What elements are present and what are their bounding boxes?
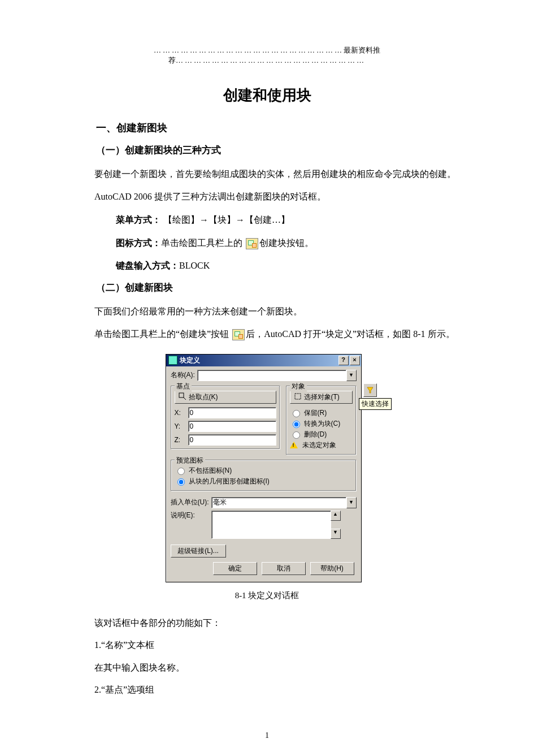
cancel-button[interactable]: 取消 <box>262 562 306 575</box>
list-item-1-desc: 在其中输入图块名称。 <box>76 658 458 677</box>
method-menu: 菜单方式： 【绘图】→【块】→【创建…】 <box>116 209 458 231</box>
doc-title: 创建和使用块 <box>76 85 458 105</box>
section-1-2-heading: （二）创建新图块 <box>96 281 458 294</box>
insert-unit-select[interactable] <box>211 497 346 508</box>
svg-line-1 <box>184 398 186 400</box>
description-label: 说明(E): <box>171 511 209 520</box>
quick-select-tooltip: 快速选择 <box>359 398 392 410</box>
method-keyboard: 键盘输入方式：BLOCK <box>116 255 458 277</box>
block-definition-dialog-figure: 块定义 ? × 名称(A): ▼ 基点 <box>166 354 369 582</box>
quick-select-button[interactable] <box>363 383 377 397</box>
dialog-title: 块定义 <box>180 356 200 365</box>
convert-radio[interactable]: 转换为块(C) <box>290 419 353 429</box>
scroll-up-button[interactable]: ▲ <box>331 511 341 521</box>
method-icon: 图标方式：单击绘图工具栏上的 创建块按钮。 <box>116 232 458 254</box>
section-1-1-heading: （一）创建新图块的三种方式 <box>96 144 458 157</box>
pick-point-button[interactable]: 拾取点(K) <box>175 391 276 404</box>
preview-icon-legend: 预览图标 <box>175 456 205 465</box>
svg-rect-2 <box>295 394 301 399</box>
description-textarea[interactable] <box>211 511 331 539</box>
x-label: X: <box>175 409 186 417</box>
page-number: 1 <box>0 731 534 740</box>
base-point-legend: 基点 <box>175 382 192 391</box>
block-definition-dialog: 块定义 ? × 名称(A): ▼ 基点 <box>166 354 362 582</box>
svg-rect-0 <box>179 393 184 398</box>
name-label: 名称(A): <box>171 370 195 380</box>
paragraph: 下面我们介绍最常用的一种方法来创建一个新图块。 <box>76 302 458 321</box>
name-input[interactable] <box>197 370 346 381</box>
no-selection-warning: 未选定对象 <box>290 440 353 450</box>
dialog-app-icon <box>168 356 177 365</box>
z-label: Z: <box>175 436 186 444</box>
y-label: Y: <box>175 422 186 430</box>
section-1-heading: 一、创建新图块 <box>96 121 458 135</box>
objects-legend: 对象 <box>290 382 307 391</box>
warning-icon <box>290 442 298 448</box>
header-banner: ………………………………………………………最新资料推荐…………………………………… <box>76 45 458 66</box>
select-objects-button[interactable]: 选择对象(T) <box>290 391 353 404</box>
ok-button[interactable]: 确定 <box>213 562 257 575</box>
preview-geom-radio[interactable]: 从块的几何图形创建图标(I) <box>175 477 353 486</box>
insert-unit-label: 插入单位(U): <box>171 498 209 507</box>
dialog-titlebar[interactable]: 块定义 ? × <box>166 355 361 366</box>
insert-unit-dropdown-button[interactable]: ▼ <box>346 497 357 508</box>
paragraph: 单击绘图工具栏上的“创建块”按钮 后，AutoCAD 打开“块定义”对话框，如图… <box>76 325 458 344</box>
preview-icon-group: 预览图标 不包括图标(N) 从块的几何图形创建图标(I) <box>171 460 357 491</box>
delete-radio[interactable]: 删除(D) <box>290 430 353 439</box>
create-block-icon <box>246 238 258 249</box>
list-item-1: 1.“名称”文本框 <box>76 636 458 655</box>
scroll-down-button[interactable]: ▼ <box>331 529 341 539</box>
z-input[interactable] <box>188 434 276 446</box>
base-point-group: 基点 拾取点(K) X: Y: Z: <box>171 386 280 450</box>
help-button-icon[interactable]: ? <box>338 356 349 365</box>
preview-none-radio[interactable]: 不包括图标(N) <box>175 466 353 476</box>
list-item-2: 2.“基点”选项组 <box>76 680 458 699</box>
paragraph: 该对话框中各部分的功能如下： <box>76 614 458 633</box>
y-input[interactable] <box>188 421 276 432</box>
retain-radio[interactable]: 保留(R) <box>290 408 353 418</box>
select-objects-icon <box>294 392 302 402</box>
pick-point-icon <box>179 392 186 402</box>
help-button[interactable]: 帮助(H) <box>310 562 354 575</box>
figure-caption: 8-1 块定义对话框 <box>76 590 458 601</box>
name-dropdown-button[interactable]: ▼ <box>346 370 357 381</box>
close-button-icon[interactable]: × <box>350 356 360 365</box>
x-input[interactable] <box>188 407 276 418</box>
paragraph: 要创建一个新图块，首先要绘制组成图块的实体，然后用创建块的相应命令完成块的创建。 <box>76 165 458 184</box>
paragraph: AutoCAD 2006 提供了三种方法调出创建新图块的对话框。 <box>76 187 458 206</box>
hyperlink-button[interactable]: 超级链接(L)... <box>171 545 226 558</box>
objects-group: 对象 选择对象(T) 保留(R) 转换为块(C) <box>286 386 357 455</box>
create-block-icon <box>232 329 245 340</box>
